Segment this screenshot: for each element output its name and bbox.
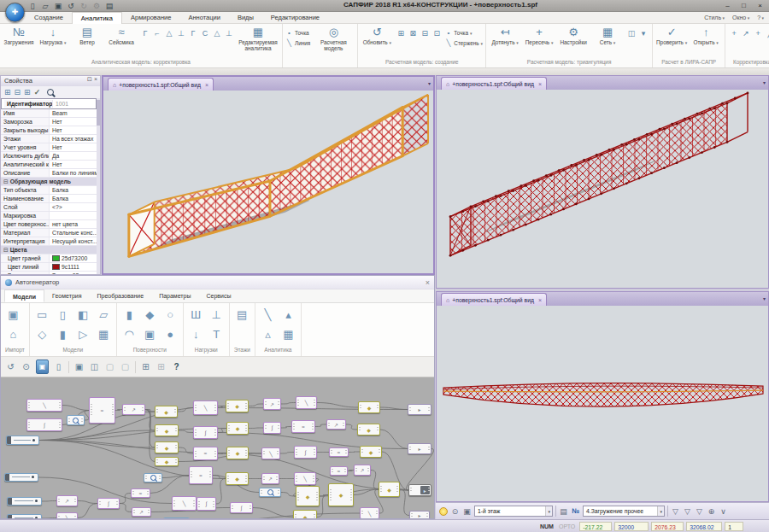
correction-grid-icon-2[interactable]: + bbox=[752, 26, 764, 42]
analytic-edit-grid-icon-0[interactable]: Γ bbox=[139, 26, 151, 42]
filter-cursor-icon[interactable]: ▽ bbox=[683, 507, 692, 516]
Импорт-tool-icon-1[interactable]: ⌂ bbox=[5, 324, 21, 344]
property-value[interactable]: Балка bbox=[50, 186, 97, 194]
graph-node[interactable] bbox=[144, 473, 162, 482]
analytic-edit-grid-icon-1[interactable]: ⌐ bbox=[151, 26, 163, 42]
graph-node[interactable]: ∫ bbox=[97, 498, 120, 509]
property-value[interactable]: Нет bbox=[50, 118, 97, 126]
graph-node[interactable]: ◆ bbox=[357, 424, 380, 436]
property-value[interactable]: Тонкая 03 bbox=[50, 272, 97, 274]
autogen-tab-Сервисы[interactable]: Сервисы bbox=[198, 289, 238, 302]
property-row[interactable]: Цвет поверхнос...нет цвета bbox=[1, 220, 97, 229]
properties-scrollbar[interactable] bbox=[97, 98, 100, 274]
Аналитика-tool-icon-1[interactable]: ▵ bbox=[260, 324, 276, 344]
floor-select[interactable]: 1-й этаж▾ bbox=[474, 506, 553, 517]
property-value[interactable]: нет цвета bbox=[50, 220, 97, 228]
graph-node[interactable]: ↗ bbox=[263, 398, 281, 410]
correction-grid-icon-3[interactable]: ╱ bbox=[764, 26, 769, 42]
set-button[interactable]: ▦Сеть ▾ bbox=[591, 25, 624, 46]
render-mode-icon[interactable]: ▣ bbox=[36, 360, 49, 374]
refresh-view-icon[interactable]: ↺ bbox=[5, 362, 16, 371]
Нагрузки-tool-icon-2[interactable]: ⊥ bbox=[208, 305, 225, 324]
graph-node[interactable]: ╲ bbox=[261, 447, 280, 459]
graph-node[interactable]: ◆ bbox=[155, 441, 179, 453]
graph-node[interactable]: ◆ bbox=[226, 400, 249, 412]
editable-analytics-button[interactable]: ▦Редактируемая аналитика bbox=[237, 25, 279, 51]
property-row[interactable]: ОписаниеБалки по линиям bbox=[1, 169, 97, 178]
calc-create-grid-icon-3[interactable]: ⊡ bbox=[431, 26, 443, 42]
loadcase-number-icon[interactable]: № bbox=[571, 507, 580, 515]
graph-node[interactable]: ╲ bbox=[294, 472, 316, 485]
property-row[interactable]: Тип объектаБалка bbox=[1, 186, 97, 195]
correction-grid-icon-1[interactable]: ↗ bbox=[740, 26, 752, 42]
graph-node[interactable]: ◆ bbox=[155, 424, 179, 436]
ribbon-small-Линия[interactable]: ╲Линия bbox=[285, 39, 310, 47]
projection-icon[interactable]: ⊙ bbox=[450, 507, 460, 516]
settings-icon[interactable]: ⚙ bbox=[91, 2, 102, 10]
analytic-edit-grid-icon-3[interactable]: ⊥ bbox=[175, 26, 187, 42]
Нагрузки-tool-icon-3[interactable]: Т bbox=[208, 324, 225, 344]
Поверхности-tool-icon-4[interactable]: ○ bbox=[162, 305, 179, 324]
viewport-top-right-tab[interactable]: ⌂ +поверхность1.spf:Общий вид × bbox=[441, 77, 547, 90]
property-row[interactable]: Цвет линий9c1111 bbox=[1, 263, 97, 272]
property-section[interactable]: ⊟Цвета bbox=[1, 246, 97, 254]
help-icon[interactable]: ? bbox=[171, 362, 182, 371]
Модели-tool-icon-4[interactable]: ◧ bbox=[75, 305, 91, 324]
search-icon[interactable] bbox=[47, 89, 54, 96]
calc-create-grid-icon-2[interactable]: ⊟ bbox=[419, 26, 431, 42]
autogen-tab-Геометрия[interactable]: Геометрия bbox=[44, 289, 89, 302]
graph-node[interactable]: ≈ bbox=[189, 466, 213, 484]
close-icon[interactable]: × bbox=[205, 82, 208, 88]
open-icon[interactable]: ▱ bbox=[40, 2, 50, 10]
analytic-edit-grid-icon-7[interactable]: ⊥ bbox=[223, 26, 235, 42]
tab-list-dropdown-icon[interactable]: ▾ bbox=[428, 80, 431, 86]
light-toggle-icon[interactable] bbox=[439, 507, 448, 516]
close-icon[interactable]: × bbox=[538, 81, 542, 87]
property-row[interactable]: Идентификатор1001 bbox=[1, 98, 97, 109]
graph-node[interactable] bbox=[67, 415, 85, 425]
graph-node[interactable]: ▸ bbox=[409, 511, 430, 518]
ribbon-tab-Редактирование[interactable]: Редактирование bbox=[262, 12, 328, 24]
print-view-icon[interactable]: ▤ bbox=[559, 507, 568, 516]
calc-create-grid-icon-0[interactable]: ⊞ bbox=[395, 26, 407, 42]
apply-icon[interactable]: ✓ bbox=[34, 88, 41, 96]
app-logo-icon[interactable]: ✚ bbox=[5, 3, 25, 22]
expand-all-icon[interactable]: ⊞ bbox=[24, 88, 31, 96]
Модели-tool-icon-6[interactable]: ▱ bbox=[96, 305, 112, 324]
autogen-tab-Модели[interactable]: Модели bbox=[4, 289, 44, 302]
property-row[interactable]: ЭтажиНа всех этажах bbox=[1, 135, 97, 143]
property-row[interactable]: ЗаморозкаНет bbox=[1, 118, 97, 126]
property-value[interactable]: <?> bbox=[50, 203, 97, 211]
select-add-icon[interactable]: ◫ bbox=[89, 362, 100, 371]
graph-slider-node[interactable] bbox=[6, 436, 39, 445]
graph-node[interactable]: ∫ bbox=[193, 426, 218, 439]
graph-node[interactable]: ╲ bbox=[26, 399, 62, 412]
graph-node[interactable]: ≈ bbox=[89, 397, 115, 424]
graph-node[interactable]: ◆ bbox=[358, 401, 380, 413]
seysmika-button[interactable]: ≈Сейсмика bbox=[105, 25, 138, 45]
analytic-edit-grid-icon-2[interactable]: △ bbox=[163, 26, 175, 42]
graph-node[interactable]: ◆ bbox=[226, 447, 249, 459]
ribbon-small-Точка[interactable]: •Точка bbox=[285, 29, 310, 37]
property-value[interactable]: Балки по линиям bbox=[50, 169, 97, 177]
property-value[interactable]: Балка bbox=[50, 195, 97, 202]
viewport-top-right-canvas[interactable] bbox=[437, 90, 768, 288]
Модели-tool-icon-1[interactable]: ◇ bbox=[34, 324, 50, 344]
ribbon-tab-Аннотации[interactable]: Аннотации bbox=[179, 12, 229, 24]
close-icon[interactable]: × bbox=[426, 278, 430, 287]
veter-button[interactable]: ▤Ветер bbox=[71, 25, 103, 45]
property-value[interactable] bbox=[50, 212, 97, 219]
graph-node[interactable]: ≈ bbox=[131, 488, 150, 498]
visibility-icon[interactable]: ⊙ bbox=[21, 362, 32, 371]
correction-grid-icon-0[interactable]: + bbox=[728, 26, 740, 42]
property-row[interactable]: ИнтерпретацияНесущий конст... bbox=[1, 237, 97, 246]
close-icon[interactable]: × bbox=[538, 297, 542, 303]
graph-node[interactable]: ↗ bbox=[132, 507, 151, 517]
ribbon-small-Стержень[interactable]: ╲Стержень▾ bbox=[444, 39, 483, 47]
viewport-main[interactable]: ⌂ +поверхность1.spf:Общий вид × ▾ bbox=[102, 75, 435, 275]
tab-list-dropdown-icon[interactable]: ▾ bbox=[763, 79, 766, 85]
graph-node[interactable]: ◆ bbox=[293, 510, 317, 518]
graph-node[interactable]: ◆ bbox=[379, 482, 400, 497]
ribbon-tab-Виды[interactable]: Виды bbox=[229, 12, 262, 24]
paint-bucket-icon[interactable]: ▣ bbox=[462, 507, 472, 516]
